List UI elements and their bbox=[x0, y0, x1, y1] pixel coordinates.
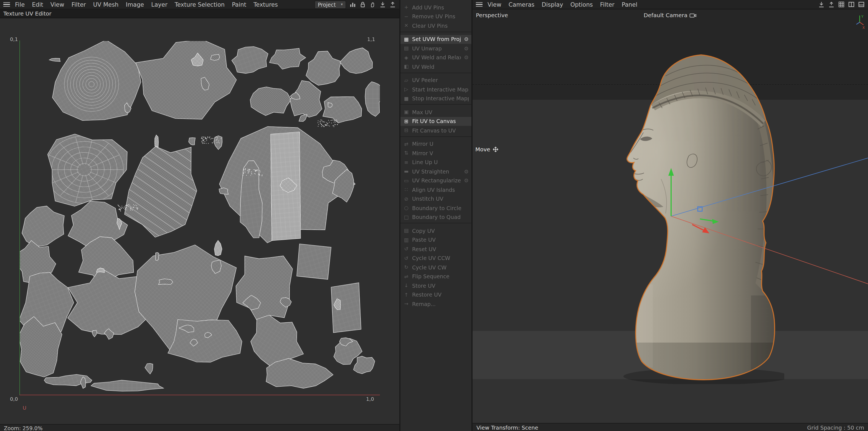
command-align-uv-islands[interactable]: ∷Align UV Islands bbox=[400, 185, 471, 194]
command-label: Reset UV bbox=[412, 246, 469, 252]
command-uv-weld[interactable]: ◧UV Weld bbox=[400, 62, 471, 71]
download-icon[interactable] bbox=[818, 1, 825, 8]
panel-bottom-icon[interactable] bbox=[858, 1, 865, 8]
menu-view[interactable]: View bbox=[488, 1, 501, 8]
download-icon[interactable] bbox=[379, 1, 386, 8]
menu-layer[interactable]: Layer bbox=[151, 1, 167, 8]
command-mirror-u[interactable]: ⇄Mirror U bbox=[400, 139, 471, 148]
command-uv-weld-and-relax[interactable]: ◈UV Weld and Relax⚙ bbox=[400, 53, 471, 62]
command-add-uv-pins[interactable]: +Add UV Pins bbox=[400, 3, 471, 12]
command-restore-uv[interactable]: ↑Restore UV bbox=[400, 290, 471, 299]
camera-label[interactable]: Default Camera bbox=[644, 12, 697, 18]
command-label: Fit Canvas to UV bbox=[412, 128, 469, 134]
command-flip-sequence[interactable]: ⇌Flip Sequence bbox=[400, 272, 471, 281]
weld-icon: ◧ bbox=[403, 64, 409, 70]
left-menubar: FileEditViewFilterUV MeshImageLayerTextu… bbox=[0, 0, 399, 9]
menu-cameras[interactable]: Cameras bbox=[508, 1, 534, 8]
command-label: Max UV bbox=[412, 109, 469, 115]
rectangularize-icon: ▭ bbox=[403, 178, 409, 184]
command-paste-uv[interactable]: ▥Paste UV bbox=[400, 235, 471, 244]
menu-image[interactable]: Image bbox=[126, 1, 144, 8]
fit-canvas-icon: ⊟ bbox=[403, 128, 409, 133]
projection-icon: ▦ bbox=[403, 37, 409, 42]
panel-split-icon[interactable] bbox=[848, 1, 855, 8]
command-mirror-v[interactable]: ⇅Mirror V bbox=[400, 148, 471, 158]
right-menu-list: ViewCamerasDisplayOptionsFilterPanel bbox=[488, 1, 637, 8]
command-uv-straighten[interactable]: ▬UV Straighten⚙ bbox=[400, 167, 471, 176]
command-boundary-to-quad[interactable]: □Boundary to Quad bbox=[400, 212, 471, 222]
command-line-up-u[interactable]: ≡Line Up U bbox=[400, 158, 471, 167]
command-reset-uv[interactable]: ↺Reset UV bbox=[400, 244, 471, 254]
command-uv-peeler[interactable]: ▱UV Peeler bbox=[400, 76, 471, 85]
uv-canvas[interactable] bbox=[20, 41, 380, 395]
uv-canvas-area[interactable]: 0,1 1,1 0,0 1,0 U bbox=[0, 18, 399, 424]
chart-icon[interactable] bbox=[349, 1, 356, 8]
layout-grid-icon[interactable] bbox=[838, 1, 845, 8]
menu-texture-selection[interactable]: Texture Selection bbox=[175, 1, 225, 8]
command-separator bbox=[400, 72, 471, 74]
command-label: UV Weld bbox=[412, 64, 469, 70]
upload-icon[interactable] bbox=[389, 1, 396, 8]
mirror-v-icon: ⇅ bbox=[403, 151, 409, 156]
gear-icon[interactable]: ⚙ bbox=[464, 178, 469, 184]
command-uv-rectangularize[interactable]: ▭UV Rectangularize⚙ bbox=[400, 176, 471, 185]
command-label: Restore UV bbox=[412, 292, 469, 298]
command-fit-uv-to-canvas[interactable]: ⊞Fit UV to Canvas bbox=[400, 117, 471, 126]
uv-corner-label-tl: 0,1 bbox=[10, 37, 18, 42]
grid-spacing-label: Grid Spacing : 50 cm bbox=[807, 424, 864, 430]
command-unstitch-uv[interactable]: ⊘Unstitch UV bbox=[400, 194, 471, 203]
gear-icon[interactable]: ⚙ bbox=[464, 36, 469, 42]
projection-label[interactable]: Perspective bbox=[476, 12, 508, 18]
project-dropdown[interactable]: Project ▾ bbox=[314, 0, 346, 9]
command-store-uv[interactable]: ↓Store UV bbox=[400, 281, 471, 290]
command-label: Fit UV to Canvas bbox=[412, 118, 469, 125]
command-label: Mirror V bbox=[412, 150, 469, 156]
menu-display[interactable]: Display bbox=[541, 1, 563, 8]
command-remove-uv-pins[interactable]: −Remove UV Pins bbox=[400, 12, 471, 21]
command-label: Align UV Islands bbox=[412, 187, 469, 193]
hand-icon[interactable] bbox=[369, 1, 376, 8]
command-label: Paste UV bbox=[412, 237, 469, 243]
command-start-interactive-mapping[interactable]: ▷Start Interactive Mapping bbox=[400, 85, 471, 94]
menu-hamburger-icon[interactable] bbox=[3, 2, 10, 7]
menu-panel[interactable]: Panel bbox=[622, 1, 638, 8]
gear-icon[interactable]: ⚙ bbox=[464, 168, 469, 175]
menu-view[interactable]: View bbox=[51, 1, 64, 8]
sculpture-model[interactable] bbox=[612, 52, 784, 384]
command-clear-uv-pins[interactable]: ✕Clear UV Pins bbox=[400, 21, 471, 30]
menu-file[interactable]: File bbox=[15, 1, 25, 8]
command-set-uvw-from-projection[interactable]: ▦Set UVW from Projection⚙ bbox=[400, 35, 471, 44]
command-stop-interactive-mapping[interactable]: ■Stop Interactive Mapping bbox=[400, 94, 471, 103]
menu-textures[interactable]: Textures bbox=[253, 1, 278, 8]
camera-icon bbox=[690, 12, 697, 18]
menu-filter[interactable]: Filter bbox=[71, 1, 86, 8]
menu-filter[interactable]: Filter bbox=[600, 1, 615, 8]
menu-options[interactable]: Options bbox=[570, 1, 593, 8]
command-cycle-uv-cw[interactable]: ↻Cycle UV CW bbox=[400, 263, 471, 272]
menu-paint[interactable]: Paint bbox=[232, 1, 246, 8]
upload-icon[interactable] bbox=[828, 1, 835, 8]
command-fit-canvas-to-uv[interactable]: ⊟Fit Canvas to UV bbox=[400, 126, 471, 135]
command-boundary-to-circle[interactable]: ○Boundary to Circle bbox=[400, 203, 471, 212]
remap-icon: → bbox=[403, 301, 409, 307]
stop-mapping-icon: ■ bbox=[403, 96, 409, 101]
viewport-3d[interactable]: Perspective Default Camera Y X bbox=[472, 9, 868, 423]
command-max-uv[interactable]: ▣Max UV bbox=[400, 107, 471, 117]
menu-uv-mesh[interactable]: UV Mesh bbox=[93, 1, 119, 8]
gear-icon[interactable]: ⚙ bbox=[464, 55, 469, 61]
lock-icon[interactable] bbox=[360, 1, 366, 8]
command-copy-uv[interactable]: ▤Copy UV bbox=[400, 226, 471, 235]
right-status-bar: View Transform: Scene Grid Spacing : 50 … bbox=[472, 423, 868, 431]
uv-corner-label-tr: 1,1 bbox=[367, 37, 375, 42]
command-remap[interactable]: →Remap... bbox=[400, 299, 471, 308]
menu-edit[interactable]: Edit bbox=[32, 1, 43, 8]
gear-icon[interactable]: ⚙ bbox=[464, 45, 469, 52]
left-toolbar-icons: Project ▾ bbox=[314, 0, 396, 9]
viewport-pane: ViewCamerasDisplayOptionsFilterPanel bbox=[472, 0, 868, 431]
left-menu-list: FileEditViewFilterUV MeshImageLayerTextu… bbox=[15, 1, 278, 8]
command-uv-unwrap[interactable]: ▤UV Unwrap⚙ bbox=[400, 44, 471, 53]
menu-hamburger-icon[interactable] bbox=[476, 2, 483, 7]
command-separator bbox=[400, 31, 471, 34]
reset-icon: ↺ bbox=[403, 246, 409, 252]
command-cycle-uv-ccw[interactable]: ↺Cycle UV CCW bbox=[400, 254, 471, 263]
